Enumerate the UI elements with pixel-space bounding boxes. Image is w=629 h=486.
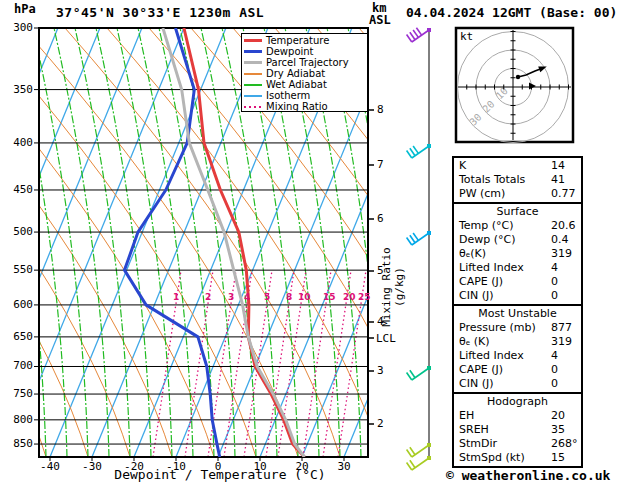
chart-legend: TemperatureDewpointParcel TrajectoryDry … [241,33,368,112]
table-section-header: Hodograph [454,395,581,409]
pressure-tick-label: 350 [7,84,33,96]
table-row-label: Dewp (°C) [459,233,515,247]
table-row-value: 20.6 [551,219,576,233]
temperature-tick-label: 0 [201,461,235,473]
table-row: CAPE (J)0 [454,363,581,377]
legend-label: Parcel Trajectory [266,58,349,68]
table-row-label: StmDir [459,437,497,451]
pressure-tick-label: 850 [7,438,33,450]
sounding-page: 102030 hPa 37°45'N 30°33'E 1230m ASL km … [0,0,629,486]
altitude-tick-label: 4 [377,316,384,328]
table-row: Temp (°C)20.6 [454,219,581,233]
table-row: Dewp (°C)0.4 [454,233,581,247]
table-row: CAPE (J)0 [454,275,581,289]
table-row-label: θₑ(K) [459,247,486,261]
table-row: Pressure (mb)877 [454,321,581,335]
wind-barb [407,443,431,457]
table-row-label: StmSpd (kt) [459,451,525,465]
wind-barb [407,231,431,245]
table-row-value: 0 [551,363,558,377]
pressure-tick-label: 500 [7,226,33,238]
altitude-tick-label: 5 [377,265,384,277]
legend-row: Temperature [244,35,367,46]
pressure-axis-unit: hPa [14,2,36,16]
table-row-label: Lifted Index [459,349,524,363]
legend-label: Temperature [266,36,329,46]
table-row: StmSpd (kt)15 [454,451,581,465]
pressure-tick-label: 650 [7,331,33,343]
table-row-label: PW (cm) [459,187,505,201]
pressure-tick-label: 400 [7,137,33,149]
temperature-tick-label: -30 [75,461,109,473]
legend-label: Dry Adiabat [266,69,325,79]
table-row-value: 15 [551,451,565,465]
legend-line-swatch [244,106,262,108]
legend-row: Dry Adiabat [244,68,367,79]
table-row-value: 268° [551,437,578,451]
mixing-ratio-line-label: 10 [298,291,311,303]
legend-line-swatch [244,84,262,86]
table-row: SREH35 [454,423,581,437]
table-row-label: SREH [459,423,489,437]
table-row-value: 4 [551,261,558,275]
table-row-label: CIN (J) [459,377,493,391]
table-row-label: θₑ (K) [459,335,490,349]
legend-line-swatch [244,50,262,53]
temperature-tick-label: -40 [33,461,67,473]
temperature-tick-label: 30 [327,461,361,473]
pressure-tick-label: 800 [7,414,33,426]
pressure-tick-label: 750 [7,388,33,400]
table-row: Lifted Index4 [454,261,581,275]
temperature-tick-label: -10 [159,461,193,473]
legend-label: Dewpoint [266,47,314,57]
mixing-ratio-line-label: 20 [343,291,356,303]
legend-row: Dewpoint [244,46,367,57]
pressure-tick-label: 700 [7,360,33,372]
lcl-marker-label: LCL [376,332,396,345]
legend-label: Wet Adiabat [266,80,327,90]
table-row-label: CIN (J) [459,289,493,303]
wind-barb [407,366,431,380]
table-row-value: 877 [551,321,572,335]
table-row-value: 20 [551,409,565,423]
legend-line-swatch [244,61,262,64]
table-row-label: Totals Totals [459,173,525,187]
wind-barb [407,28,431,42]
mixing-ratio-line-label: 15 [323,291,336,303]
altitude-tick-label: 2 [377,418,384,430]
temperature-tick-label: -20 [117,461,151,473]
altitude-axis-unit-asl: ASL [369,13,391,27]
table-row: Lifted Index4 [454,349,581,363]
hodograph-unit-label: kt [460,30,473,43]
table-row: K14 [454,159,581,173]
temperature-tick-label: 10 [243,461,277,473]
mixing-ratio-line-label: 3 [228,291,234,303]
table-row: θₑ (K)319 [454,335,581,349]
table-row-label: CAPE (J) [459,363,503,377]
indices-table-section: K14Totals Totals41PW (cm)0.77 [452,156,583,204]
indices-table-section: SurfaceTemp (°C)20.6Dewp (°C)0.4θₑ(K)319… [452,202,583,306]
mixing-ratio-line-label: 8 [286,291,292,303]
legend-row: Wet Adiabat [244,79,367,90]
table-row-label: K [459,159,466,173]
table-row: Totals Totals41 [454,173,581,187]
mixing-ratio-line-label: 1 [173,291,179,303]
legend-row: Isotherm [244,90,367,101]
pressure-tick-label: 550 [7,264,33,276]
table-row-value: 41 [551,173,565,187]
pressure-tick-label: 450 [7,184,33,196]
table-row-label: Pressure (mb) [459,321,536,335]
table-row-value: 0.77 [551,187,576,201]
altitude-tick-label: 6 [377,213,384,225]
table-row: θₑ(K)319 [454,247,581,261]
mixing-ratio-line-label: 25 [358,291,371,303]
altitude-tick-label: 8 [377,104,384,116]
table-row-value: 0 [551,377,558,391]
table-row-value: 0 [551,289,558,303]
table-row: EH20 [454,409,581,423]
indices-table-section: Most UnstablePressure (mb)877θₑ (K)319Li… [452,304,583,394]
table-row-value: 319 [551,335,572,349]
mixing-ratio-line-label: 5 [264,291,270,303]
table-section-header: Most Unstable [454,307,581,321]
mixing-ratio-axis-label: Mixing Ratio (g/kg) [380,226,406,348]
